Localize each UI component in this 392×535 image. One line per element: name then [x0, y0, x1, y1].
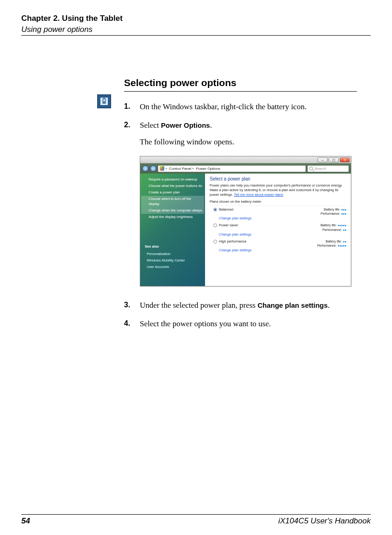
- see-also-link[interactable]: Windows Mobility Center: [143, 257, 202, 264]
- maximize-button[interactable]: ▢: [329, 157, 339, 162]
- pane-description: Power plans can help you maximize your c…: [210, 183, 346, 197]
- see-also-link[interactable]: Personalization: [143, 251, 202, 257]
- plan-metrics: Battery life: ●●●Performance: ●●●: [321, 207, 346, 216]
- svg-rect-3: [103, 101, 105, 103]
- step-text: On the Windows taskbar, right-click the …: [140, 101, 357, 113]
- ui-term-change-plan-settings: Change plan settings: [257, 301, 328, 309]
- see-also-link[interactable]: User Accounts: [143, 264, 202, 270]
- chapter-title: Chapter 2. Using the Tablet: [21, 14, 371, 23]
- step-post: .: [210, 121, 212, 130]
- tasks-sidebar: Require a password on wakeupChoose what …: [140, 174, 205, 286]
- section-subtitle: Using power options: [21, 25, 371, 34]
- battery-gauge-icon: [100, 97, 109, 106]
- step-pre: Select: [140, 121, 161, 130]
- window-titlebar: – ▢ X: [140, 156, 351, 163]
- power-options-aside-icon: [97, 94, 111, 108]
- search-input[interactable]: Search: [307, 165, 349, 172]
- plan-name[interactable]: Balanced: [219, 207, 233, 212]
- svg-rect-2: [104, 98, 105, 99]
- plan-radio[interactable]: [213, 208, 217, 212]
- chevron-right-icon: ▸: [166, 167, 168, 170]
- power-plan-row: BalancedBattery life: ●●●Performance: ●●…: [213, 207, 346, 216]
- breadcrumb-control-panel[interactable]: Control Panel: [169, 167, 191, 171]
- plans-subtitle: Plans shown on the battery meter: [210, 199, 346, 204]
- search-icon: [309, 167, 313, 170]
- change-plan-settings-link[interactable]: Change plan settings: [219, 216, 346, 220]
- search-placeholder: Search: [314, 167, 326, 171]
- step-1: 1. On the Windows taskbar, right-click t…: [124, 101, 357, 113]
- step-number: 1.: [124, 101, 140, 113]
- step-3: 3. Under the selected power plan, press …: [124, 299, 357, 311]
- step-4: 4. Select the power options you want to …: [124, 318, 357, 330]
- address-bar-row: ▸ Control Panel ▸ Power Options Search: [140, 163, 351, 174]
- control-panel-icon: [160, 166, 164, 171]
- see-also-section: See also PersonalizationWindows Mobility…: [141, 243, 204, 272]
- power-plan-row: High performanceBattery life: ●●Performa…: [213, 239, 346, 248]
- breadcrumb-bar[interactable]: ▸ Control Panel ▸ Power Options: [158, 165, 306, 172]
- see-also-heading: See also: [143, 244, 202, 249]
- step-number: 3.: [124, 299, 140, 311]
- divider: [210, 205, 346, 206]
- step-post: .: [328, 301, 330, 310]
- plan-name[interactable]: Power saver: [219, 223, 238, 227]
- plan-metrics: Battery life: ●●●●●Performance: ●●: [320, 223, 346, 231]
- header-rule: [21, 35, 371, 36]
- sidebar-task-link[interactable]: Choose when to turn off the display: [141, 196, 204, 207]
- step-pre: Under the selected power plan, press: [140, 301, 257, 310]
- ui-term-power-options: Power Options: [161, 121, 210, 129]
- chevron-right-icon: ▸: [193, 167, 194, 170]
- book-title: iX104C5 User's Handbook: [278, 516, 371, 526]
- sidebar-task-link[interactable]: Choose what the power buttons do: [141, 183, 204, 189]
- step-text: Select Power Options.: [140, 119, 357, 131]
- main-pane: Select a power plan Power plans can help…: [205, 174, 351, 286]
- back-button[interactable]: [142, 165, 149, 172]
- followup-text: The following window opens.: [140, 137, 357, 147]
- plan-radio[interactable]: [213, 224, 217, 227]
- pane-title: Select a power plan: [210, 176, 346, 181]
- minimize-button[interactable]: –: [317, 157, 328, 162]
- sidebar-task-link[interactable]: Create a power plan: [141, 189, 204, 196]
- step-number: 4.: [124, 318, 140, 330]
- sidebar-task-link[interactable]: Adjust the display brightness: [141, 214, 204, 220]
- forward-button[interactable]: [150, 165, 156, 172]
- tell-me-more-link[interactable]: Tell me more about power plans: [234, 193, 283, 197]
- sidebar-task-link[interactable]: Change when the computer sleeps: [141, 207, 204, 214]
- plan-radio[interactable]: [213, 240, 217, 243]
- heading-selecting-power-options: Selecting power options: [124, 77, 357, 92]
- change-plan-settings-link[interactable]: Change plan settings: [219, 248, 346, 252]
- change-plan-settings-link[interactable]: Change plan settings: [219, 232, 346, 236]
- step-number: 2.: [124, 119, 140, 131]
- close-button[interactable]: X: [340, 157, 350, 162]
- step-2: 2. Select Power Options.: [124, 119, 357, 131]
- power-options-window: – ▢ X ▸ Control Panel ▸ Power Options Se…: [140, 156, 351, 286]
- sidebar-task-link[interactable]: Require a password on wakeup: [141, 176, 204, 183]
- power-plan-row: Power saverBattery life: ●●●●●Performanc…: [213, 223, 346, 231]
- step-text: Under the selected power plan, press Cha…: [140, 299, 357, 311]
- footer-rule: [21, 514, 371, 515]
- step-text: Select the power options you want to use…: [140, 318, 357, 330]
- breadcrumb-power-options[interactable]: Power Options: [196, 167, 220, 171]
- plan-name[interactable]: High performance: [219, 239, 247, 243]
- plan-metrics: Battery life: ●●Performance: ●●●●●: [317, 239, 346, 248]
- page-number: 54: [21, 516, 30, 526]
